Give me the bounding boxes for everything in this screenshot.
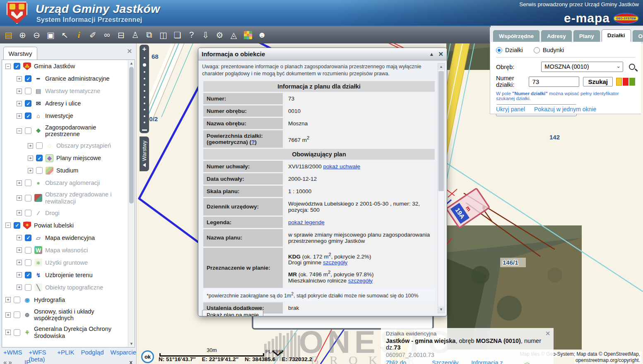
- layer-checkbox[interactable]: [25, 127, 31, 134]
- feedback-icon[interactable]: ☻: [256, 29, 268, 41]
- layer-label[interactable]: Granice administracyjne: [45, 75, 110, 82]
- pointer-icon[interactable]: ↖: [59, 29, 71, 41]
- search-tab[interactable]: Plany: [573, 30, 600, 42]
- expander-toggle[interactable]: +: [17, 235, 22, 240]
- download-cloud-icon[interactable]: ⇩: [200, 29, 212, 41]
- tab-warstwy[interactable]: Warstwy: [3, 47, 37, 60]
- layer-label[interactable]: Gmina Jastków: [34, 63, 75, 69]
- expander-toggle[interactable]: +: [28, 168, 33, 173]
- expander-toggle[interactable]: +: [17, 113, 22, 119]
- layer-label[interactable]: Hydrografia: [34, 297, 65, 303]
- layer-label[interactable]: Mapa ewidencyjna: [45, 235, 95, 241]
- streetview-icon[interactable]: ♙: [129, 29, 141, 41]
- expander-toggle[interactable]: +: [28, 156, 33, 161]
- sidebar-close-icon[interactable]: ✕: [127, 48, 132, 55]
- layers-collapse-tab[interactable]: Warstwy: [140, 136, 149, 171]
- expander-toggle[interactable]: +: [17, 272, 22, 278]
- layer-checkbox[interactable]: [14, 297, 20, 303]
- layer-checkbox[interactable]: [25, 259, 31, 266]
- layer-label[interactable]: Obiekty topograficzne: [45, 284, 103, 291]
- layer-label[interactable]: Warstwy tematyczne: [45, 88, 100, 94]
- zoom-out-icon[interactable]: ⊖: [31, 29, 43, 41]
- layers-icon[interactable]: ▤: [2, 29, 14, 41]
- layer-label[interactable]: Obszary zdegradowane i rewitalizacji: [45, 191, 125, 204]
- layer-label[interactable]: Studium: [56, 167, 78, 174]
- feature-action-link[interactable]: Informacja z planu: [471, 359, 517, 364]
- layer-checkbox[interactable]: [36, 167, 43, 174]
- layer-checkbox[interactable]: [14, 311, 20, 318]
- expander-toggle[interactable]: −: [17, 128, 22, 134]
- expander-toggle[interactable]: +: [17, 210, 22, 216]
- popup-close-icon[interactable]: ✕: [545, 330, 550, 337]
- zoom-out-control[interactable]: [142, 129, 147, 131]
- expander-toggle[interactable]: +: [5, 330, 11, 335]
- layer-label[interactable]: Plany miejscowe: [56, 155, 101, 161]
- legend-grid-icon[interactable]: [242, 29, 254, 41]
- print-icon[interactable]: ⊟: [115, 29, 127, 41]
- nav-close[interactable]: x: [130, 359, 133, 364]
- layer-label[interactable]: Uzbrojenie terenu: [45, 272, 92, 278]
- layer-checkbox[interactable]: [25, 272, 31, 278]
- zoom-in-icon[interactable]: ⊕: [17, 29, 29, 41]
- zone-details-link[interactable]: szczegóły: [348, 278, 373, 284]
- multi-window-icon[interactable]: ⧉: [143, 29, 155, 41]
- expander-toggle[interactable]: +: [28, 143, 33, 148]
- show-resolution-link[interactable]: pokaż uchwałę: [323, 163, 360, 170]
- dialog-scrollbar[interactable]: ▲ ▼: [438, 63, 445, 313]
- layer-checkbox[interactable]: [14, 63, 20, 69]
- search-tab[interactable]: Działki: [602, 29, 631, 42]
- radio-budynki[interactable]: Budynki: [534, 47, 564, 53]
- nav-prev[interactable]: «: [3, 359, 7, 364]
- measure-icon[interactable]: ✐: [87, 29, 99, 41]
- layer-checkbox[interactable]: [25, 195, 31, 201]
- scroll-thumb[interactable]: [438, 71, 444, 191]
- layer-checkbox[interactable]: [25, 284, 31, 291]
- minimized-window[interactable]: [253, 315, 433, 329]
- zoom-slider[interactable]: +: [140, 45, 149, 133]
- expander-toggle[interactable]: +: [17, 76, 22, 81]
- layer-label[interactable]: Generalna Dyrekcja Ochrony Środowiska: [34, 326, 113, 339]
- scroll-down-icon[interactable]: ▼: [438, 307, 444, 313]
- annotate-polygon-icon[interactable]: ❏: [171, 29, 183, 41]
- show-plan-on-map-button[interactable]: Pokaż plan na mapie: [202, 310, 263, 316]
- dialog-collapse-icon[interactable]: ▲: [429, 51, 434, 57]
- layer-checkbox[interactable]: [36, 155, 43, 161]
- parcel-number-input[interactable]: [529, 77, 579, 87]
- layer-checkbox[interactable]: [25, 247, 31, 254]
- scroll-thumb[interactable]: [129, 67, 134, 204]
- layer-label[interactable]: Zagospodarowanie przestrzenne: [45, 124, 125, 137]
- layer-checkbox[interactable]: [25, 210, 31, 216]
- mirror-triangle-icon[interactable]: ◬: [228, 29, 240, 41]
- expander-toggle[interactable]: +: [17, 180, 22, 186]
- expander-toggle[interactable]: +: [17, 195, 22, 201]
- layer-checkbox[interactable]: [25, 100, 31, 107]
- help-icon[interactable]: ?: [185, 29, 197, 41]
- search-tab[interactable]: Obiekty: [633, 30, 643, 42]
- color-chip-yellow[interactable]: [616, 78, 622, 86]
- select-area-icon[interactable]: ▣: [45, 29, 57, 41]
- dialog-titlebar[interactable]: Informacja o obiekcie ▲ ✕: [198, 48, 447, 60]
- color-chip-green[interactable]: [629, 78, 635, 86]
- layer-label[interactable]: Inwestycje: [45, 113, 73, 119]
- szukaj-button[interactable]: Szukaj: [583, 77, 613, 86]
- layer-label[interactable]: Drogi: [45, 210, 60, 216]
- scroll-up-icon[interactable]: ▲: [438, 64, 444, 70]
- zone-details-link[interactable]: szczegóły: [323, 259, 347, 266]
- scroll-up-icon[interactable]: ▲: [128, 60, 135, 66]
- layer-checkbox[interactable]: [14, 329, 20, 336]
- layer-checkbox[interactable]: [36, 142, 43, 149]
- ip-link[interactable]: IP: [24, 359, 30, 364]
- layer-label[interactable]: Adresy i ulice: [45, 100, 81, 107]
- expander-toggle[interactable]: −: [5, 223, 11, 228]
- expander-toggle[interactable]: −: [5, 64, 11, 69]
- info-icon[interactable]: i: [73, 29, 85, 41]
- layer-checkbox[interactable]: [25, 235, 31, 241]
- layer-label[interactable]: Mapa własności: [45, 247, 88, 254]
- expander-toggle[interactable]: +: [17, 285, 22, 290]
- feature-action-link[interactable]: Zbliż do obiektu: [386, 359, 425, 364]
- layout-split-icon[interactable]: ◫: [157, 29, 169, 41]
- show-legend-link[interactable]: pokaż legendę: [288, 219, 325, 225]
- scroll-down-icon[interactable]: ▼: [128, 341, 135, 347]
- expander-toggle[interactable]: +: [17, 260, 22, 265]
- obreb-select[interactable]: MOSZNA (0010) ⌄: [541, 62, 623, 72]
